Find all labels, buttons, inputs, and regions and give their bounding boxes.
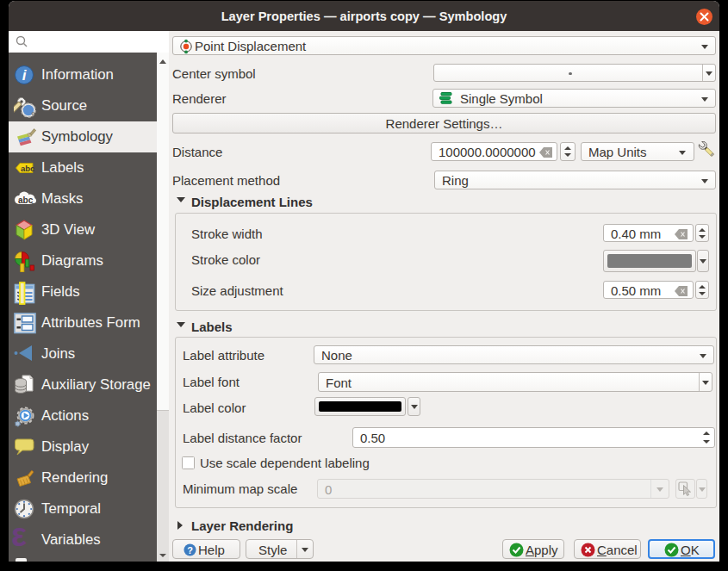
svg-text:?: ? (187, 544, 193, 555)
svg-text:abc: abc (21, 164, 34, 173)
svg-text:ε: ε (11, 527, 27, 551)
svg-text:abc: abc (18, 196, 34, 205)
